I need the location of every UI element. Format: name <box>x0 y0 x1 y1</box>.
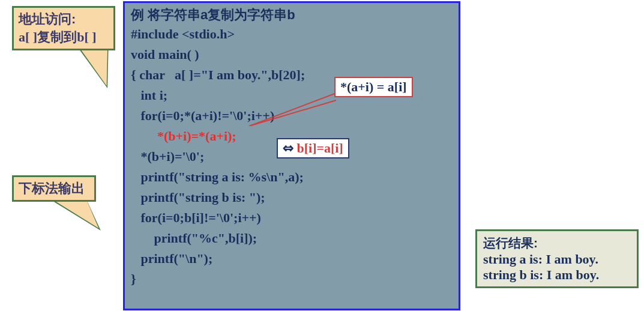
callout-text: 下标法输出 <box>19 181 85 196</box>
result-title: 运行结果: <box>483 235 631 252</box>
annotation-pointer-equiv: *(a+i) = a[i] <box>334 77 413 97</box>
code-line: } <box>131 269 453 289</box>
annotation-text: b[i]=a[i] <box>297 140 343 156</box>
result-panel: 运行结果: string a is: I am boy. string b is… <box>475 229 639 288</box>
callout-address-access: 地址访问: a[ ]复制到b[ ] <box>12 6 115 50</box>
code-line: printf("string b is: "); <box>131 187 453 208</box>
code-line: void main( ) <box>131 44 453 65</box>
code-line: for(i=0;*(a+i)!='\0';i++) <box>131 106 453 126</box>
code-line: #include <stdio.h> <box>131 24 453 44</box>
code-line: printf("%c",b[i]); <box>131 228 453 249</box>
code-line: for(i=0;b[i]!='\0';i++) <box>131 208 453 228</box>
code-line: printf("\n"); <box>131 249 453 269</box>
code-title: 例 将字符串a复制为字符串b <box>131 6 453 24</box>
result-line: string b is: I am boy. <box>483 267 631 283</box>
code-line: printf("string a is: %s\n",a); <box>131 167 453 187</box>
result-line: string a is: I am boy. <box>483 252 631 267</box>
annotation-subscript-equiv: ⇔ b[i]=a[i] <box>277 138 349 159</box>
callout-line: a[ ]复制到b[ ] <box>19 28 109 46</box>
callout-line: 地址访问: <box>19 10 109 28</box>
callout-subscript-output: 下标法输出 <box>12 175 96 202</box>
equiv-icon: ⇔ <box>283 140 297 156</box>
annotation-text: *(a+i) = a[i] <box>340 79 407 94</box>
